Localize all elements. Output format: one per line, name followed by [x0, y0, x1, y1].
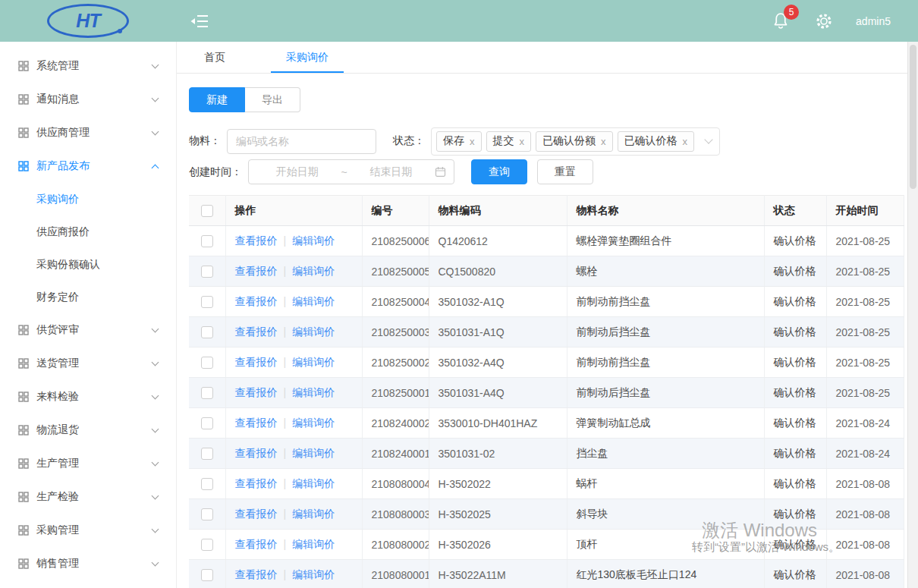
tab-item[interactable]: 采购询价: [271, 42, 344, 73]
view-quote-link[interactable]: 查看报价: [235, 386, 278, 398]
sidebar-item[interactable]: 送货管理: [0, 347, 176, 380]
view-quote-link[interactable]: 查看报价: [235, 234, 278, 247]
edit-inquiry-link[interactable]: 编辑询价: [292, 386, 335, 398]
export-button[interactable]: 导出: [245, 87, 300, 112]
reset-button[interactable]: 重置: [537, 159, 593, 184]
grid-icon: [18, 325, 29, 335]
view-quote-link[interactable]: 查看报价: [235, 417, 278, 429]
inquiry-table: 操作编号物料编码物料名称状态开始时间 查看报价|编辑询价2108250006Q1…: [189, 195, 904, 588]
row-checkbox[interactable]: [201, 508, 213, 520]
status-tag-label: 保存: [443, 134, 464, 148]
material-code-cell: H-35022A11M: [429, 560, 567, 588]
date-range-picker[interactable]: 开始日期 ~ 结束日期: [248, 159, 454, 184]
grid-icon: [18, 161, 29, 171]
row-checkbox[interactable]: [201, 326, 213, 338]
edit-inquiry-link[interactable]: 编辑询价: [292, 508, 335, 520]
inquiry-number-cell: 2108080001: [362, 560, 429, 588]
start-date-cell: 2021-08-08: [826, 530, 904, 560]
view-quote-link[interactable]: 查看报价: [235, 295, 278, 307]
chevron-down-icon[interactable]: [704, 135, 712, 143]
edit-inquiry-link[interactable]: 编辑询价: [292, 477, 335, 489]
start-date-cell: 2021-08-25: [826, 226, 904, 256]
sidebar-item-label: 新产品发布: [36, 159, 152, 173]
row-checkbox[interactable]: [201, 539, 213, 551]
material-code-cell: H-3502022: [429, 469, 567, 499]
inquiry-number-cell: 2108250004: [362, 287, 429, 317]
tag-close-icon[interactable]: x: [520, 137, 525, 146]
filter-row-2: 创建时间： 开始日期 ~ 结束日期 查询 重置: [189, 159, 918, 184]
search-button[interactable]: 查询: [471, 159, 527, 184]
sidebar-item[interactable]: 供货评审: [0, 313, 176, 347]
scrollbar-thumb[interactable]: [910, 45, 916, 189]
row-checkbox[interactable]: [201, 266, 213, 278]
row-checkbox[interactable]: [201, 569, 213, 581]
sidebar-item[interactable]: 生产检验: [0, 480, 176, 514]
edit-inquiry-link[interactable]: 编辑询价: [292, 234, 335, 247]
view-quote-link[interactable]: 查看报价: [235, 508, 278, 520]
sidebar-item[interactable]: 物流退货: [0, 413, 176, 447]
material-input[interactable]: [227, 129, 376, 154]
edit-inquiry-link[interactable]: 编辑询价: [292, 447, 335, 459]
material-code-cell: 3501032-A4Q: [429, 347, 567, 378]
sidebar-subitem-label: 供应商报价: [36, 225, 90, 239]
edit-inquiry-link[interactable]: 编辑询价: [292, 265, 335, 277]
sidebar-item[interactable]: 采购管理: [0, 514, 176, 547]
tab-item[interactable]: 首页: [189, 42, 241, 73]
grid-icon: [18, 127, 29, 138]
row-checkbox[interactable]: [201, 417, 213, 429]
action-divider: |: [278, 265, 293, 277]
column-header: 物料名称: [567, 196, 764, 226]
tag-close-icon[interactable]: x: [470, 137, 475, 146]
tag-close-icon[interactable]: x: [601, 137, 606, 146]
view-quote-link[interactable]: 查看报价: [235, 477, 278, 489]
sidebar-item[interactable]: 供应商管理: [0, 116, 176, 149]
view-quote-link[interactable]: 查看报价: [235, 538, 278, 550]
inquiry-number-cell: 2108250005: [362, 256, 429, 287]
sidebar-item[interactable]: 通知消息: [0, 83, 176, 116]
sidebar-subitem[interactable]: 采购份额确认: [0, 248, 176, 281]
user-menu[interactable]: admin5: [856, 15, 891, 27]
select-all-checkbox[interactable]: [201, 205, 213, 217]
edit-inquiry-link[interactable]: 编辑询价: [292, 568, 335, 580]
column-header: 编号: [362, 196, 429, 226]
sidebar-subitem[interactable]: 财务定价: [0, 281, 176, 313]
row-checkbox[interactable]: [201, 296, 213, 308]
row-checkbox[interactable]: [201, 478, 213, 490]
chevron-down-icon: [152, 559, 159, 567]
menu-fold-icon[interactable]: [190, 13, 209, 30]
row-checkbox[interactable]: [201, 387, 213, 399]
edit-inquiry-link[interactable]: 编辑询价: [292, 295, 335, 307]
status-multiselect[interactable]: 保存x提交x已确认份额x已确认价格x: [431, 127, 720, 156]
view-quote-link[interactable]: 查看报价: [235, 568, 278, 580]
edit-inquiry-link[interactable]: 编辑询价: [292, 417, 335, 429]
sidebar-item-label: 供货评审: [36, 323, 152, 337]
view-quote-link[interactable]: 查看报价: [235, 447, 278, 459]
edit-inquiry-link[interactable]: 编辑询价: [292, 325, 335, 338]
view-quote-link[interactable]: 查看报价: [235, 265, 278, 277]
sidebar-item[interactable]: 系统管理: [0, 49, 176, 83]
view-quote-link[interactable]: 查看报价: [235, 325, 278, 338]
view-quote-link[interactable]: 查看报价: [235, 356, 278, 368]
status-cell: 确认价格: [764, 408, 826, 439]
edit-inquiry-link[interactable]: 编辑询价: [292, 538, 335, 550]
vertical-scrollbar[interactable]: [907, 42, 918, 588]
tag-close-icon[interactable]: x: [683, 137, 688, 146]
row-checkbox[interactable]: [201, 448, 213, 460]
material-label: 物料：: [189, 134, 221, 148]
material-name-cell: 螺栓弹簧垫圈组合件: [567, 226, 764, 256]
sidebar-nav: 系统管理通知消息供应商管理新产品发布采购询价供应商报价采购份额确认财务定价供货评…: [0, 49, 176, 580]
new-button[interactable]: 新建: [189, 87, 245, 112]
sidebar-item[interactable]: 来料检验: [0, 380, 176, 413]
sidebar-item[interactable]: 销售管理: [0, 547, 176, 580]
edit-inquiry-link[interactable]: 编辑询价: [292, 356, 335, 368]
sidebar-subitem[interactable]: 供应商报价: [0, 215, 176, 248]
notification-bell-icon[interactable]: 5: [772, 12, 789, 30]
material-code-cell: 3501032-A1Q: [429, 287, 567, 317]
settings-gear-icon[interactable]: [815, 12, 833, 30]
row-checkbox[interactable]: [201, 235, 213, 247]
row-checkbox[interactable]: [201, 357, 213, 369]
sidebar-subitem[interactable]: 采购询价: [0, 183, 176, 215]
material-name-cell: 挡尘盘: [567, 439, 764, 469]
sidebar-item[interactable]: 新产品发布: [0, 149, 176, 183]
sidebar-item[interactable]: 生产管理: [0, 447, 176, 480]
